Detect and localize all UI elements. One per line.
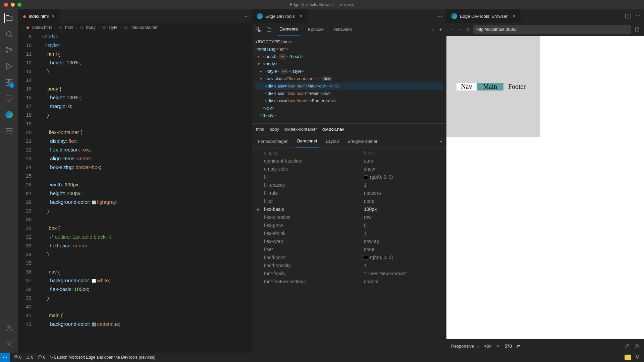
tab-formatvorlagen[interactable]: Formatvorlagen [256, 135, 290, 147]
forward-icon[interactable]: → [458, 27, 463, 32]
add-tab-icon[interactable]: ＋ [438, 26, 443, 33]
tab-berechnet[interactable]: Berechnet [295, 135, 319, 147]
device-toggle-icon[interactable] [266, 26, 272, 33]
breadcrumb[interactable]: › ◆ index.html › ◇ html › ◇ body › ◇ sty… [18, 23, 252, 32]
back-icon[interactable]: ← [450, 27, 455, 32]
status-bar: ⓧ 0 ⚠ 0 ⓘ 0 ▷ Launch Microsoft Edge and … [0, 353, 644, 362]
url-input[interactable]: http://localhost:3000/ [473, 25, 631, 34]
images-icon[interactable] [4, 126, 14, 135]
viewport-width[interactable]: 404 [484, 344, 492, 349]
devtools-toolbar: Elemente Konsole Netzwerk » ＋ [252, 23, 446, 36]
crumb-file[interactable]: index.html [32, 25, 52, 30]
svg-point-1 [6, 48, 8, 49]
svg-point-10 [8, 343, 10, 345]
device-label: Responsive [451, 344, 474, 349]
browser-tab[interactable]: Edge DevTools: Browser ✕ [446, 9, 521, 23]
more-actions-icon[interactable]: ⋯ [438, 14, 446, 19]
svg-point-3 [10, 50, 12, 51]
devtools-tab-row: Edge DevTools ✕ ⋯ [252, 9, 446, 23]
minimize-window-button[interactable] [11, 3, 15, 7]
dom-crumb[interactable]: body [270, 127, 279, 132]
remote-indicator[interactable] [0, 353, 10, 362]
svg-rect-11 [256, 27, 259, 30]
tab-ereignislistener[interactable]: Ereignislistener [345, 135, 379, 147]
dimension-x: ✕ [496, 344, 500, 349]
open-external-icon[interactable] [635, 27, 640, 32]
tab-layout[interactable]: Layout [324, 135, 341, 147]
devtools-tab-title: Edge DevTools [265, 14, 294, 19]
svg-point-0 [6, 32, 11, 36]
close-window-button[interactable] [4, 3, 8, 7]
browser-tab-row: Edge DevTools: Browser ✕ ⋯ [446, 9, 644, 23]
preview-page: Nav Main Footer [446, 36, 540, 137]
explorer-icon[interactable] [4, 13, 13, 23]
crumb-selector[interactable]: .flex-container [130, 25, 158, 30]
styles-tab-row: Formatvorlagen Berechnet Layout Ereignis… [252, 135, 446, 147]
source-control-icon[interactable] [4, 46, 14, 55]
devtools-tab[interactable]: Edge DevTools ✕ [252, 9, 308, 23]
account-icon[interactable] [4, 323, 14, 333]
editor-group: ◆ index.html ✕ ⋯ › ◆ index.html › ◇ html… [18, 9, 252, 353]
svg-point-16 [635, 344, 639, 348]
inspect-element-icon[interactable] [255, 26, 261, 33]
editor-tab[interactable]: ◆ index.html ✕ [18, 9, 60, 23]
viewport-height[interactable]: 570 [505, 344, 512, 349]
more-actions-icon[interactable]: ⋯ [636, 13, 640, 19]
crumb-body[interactable]: body [86, 25, 96, 30]
run-debug-icon[interactable] [4, 62, 14, 71]
extensions-badge: 1 [9, 82, 14, 88]
url-text: http://localhost:3000/ [476, 27, 517, 32]
more-tabs-icon[interactable]: » [440, 139, 442, 144]
close-tab-icon[interactable]: ✕ [512, 14, 516, 19]
elements-breadcrumb[interactable]: html body div.flex-container div.box.nav [252, 123, 446, 135]
elements-dom-tree[interactable]: <!DOCTYPE html><html lang="en"> ▸ <head>… [252, 36, 446, 123]
crumb-html[interactable]: html [65, 25, 73, 30]
edge-tools-icon[interactable] [4, 110, 14, 119]
tab-netzwerk[interactable]: Netzwerk [331, 23, 355, 36]
status-badge[interactable] [625, 355, 631, 360]
dom-crumb[interactable]: div.box.nav [322, 127, 344, 132]
device-selector[interactable]: Responsive ⌄ [451, 344, 480, 349]
preview-main-box: Main [477, 83, 503, 90]
more-actions-icon[interactable]: ⋯ [243, 14, 248, 19]
devtools-panel: Edge DevTools ✕ ⋯ Elemente Konsole Netzw… [252, 9, 446, 353]
preview-viewport[interactable]: Nav Main Footer [446, 36, 644, 339]
computed-styles-list[interactable]: displayblockdominant-baselineautoempty-c… [252, 147, 446, 353]
browser-preview-panel: Edge DevTools: Browser ✕ ⋯ ← → ⟲ http://… [446, 9, 644, 353]
remote-explorer-icon[interactable] [4, 94, 14, 103]
crumb-style[interactable]: style [108, 25, 117, 30]
dom-crumb[interactable]: html [256, 127, 264, 132]
svg-point-9 [8, 325, 10, 328]
svg-rect-12 [267, 27, 270, 31]
split-editor-icon[interactable] [625, 13, 631, 19]
eyedropper-icon[interactable] [624, 344, 629, 349]
maximize-window-button[interactable] [17, 3, 21, 7]
target-icon[interactable] [634, 344, 639, 349]
close-tab-icon[interactable]: ✕ [299, 14, 303, 19]
code-editor[interactable]: 9101112131415161718192021222324252627282… [18, 32, 252, 353]
errors-count[interactable]: ⓧ 0 [14, 355, 21, 360]
device-bar: Responsive ⌄ 404 ✕ 570 ⇄ [446, 339, 644, 353]
dom-crumb[interactable]: div.flex-container [284, 127, 317, 132]
close-tab-icon[interactable]: ✕ [51, 14, 55, 19]
port-forward[interactable]: ⓘ 0 [38, 355, 45, 360]
extensions-icon[interactable]: 1 [4, 78, 14, 87]
reload-icon[interactable]: ⟲ [466, 27, 470, 32]
edge-icon [257, 13, 263, 19]
notifications-icon[interactable] [635, 355, 640, 360]
window-controls [0, 3, 21, 7]
settings-gear-icon[interactable] [4, 339, 14, 349]
chevron-down-icon: ⌄ [476, 344, 480, 349]
html-file-icon: ◆ [23, 14, 26, 19]
rotate-icon[interactable]: ⇄ [517, 344, 520, 349]
svg-point-17 [636, 346, 637, 347]
svg-rect-7 [6, 96, 12, 100]
tab-konsole[interactable]: Konsole [305, 23, 326, 36]
more-tabs-icon[interactable]: » [431, 27, 434, 32]
svg-rect-5 [9, 79, 12, 82]
tab-elemente[interactable]: Elemente [277, 23, 301, 36]
browser-tab-title: Edge DevTools: Browser [460, 14, 507, 19]
launch-task[interactable]: ▷ Launch Microsoft Edge and open the Dev… [50, 355, 155, 360]
warnings-count[interactable]: ⚠ 0 [26, 355, 33, 360]
search-icon[interactable] [4, 29, 14, 39]
